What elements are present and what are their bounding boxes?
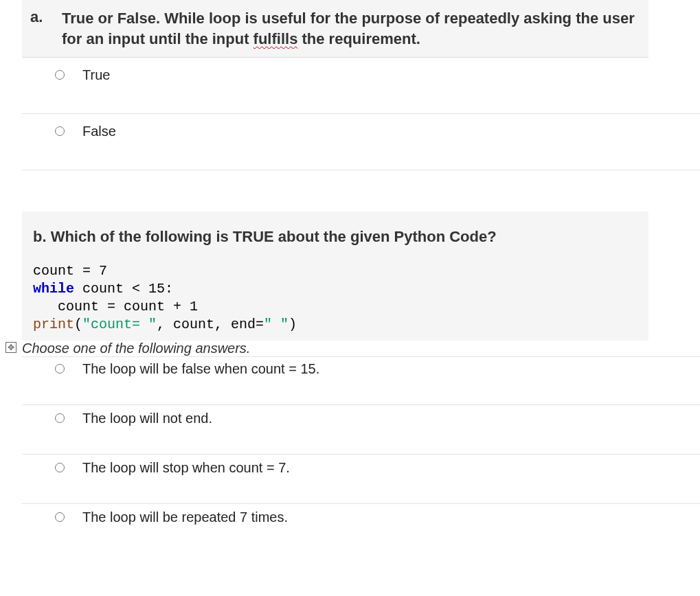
code-keyword: while [33,281,74,297]
question-a-option-label: True [82,67,110,83]
question-a-text-underlined: fulfills [253,30,298,47]
question-a-text-after: the requirement. [297,30,420,47]
question-a-marker: a. [30,8,43,26]
question-b-option-label: The loop will not end. [82,411,212,426]
question-b-option-row[interactable]: The loop will not end. [22,405,700,455]
question-a-option-label: False [82,124,116,139]
question-b-option-label: The loop will be false when count = 15. [82,361,319,377]
question-a-option-row[interactable]: True [22,58,700,114]
code-text: ( [74,317,82,332]
instruction-text: Choose one of the following answers. [22,341,250,356]
question-b-radio-0[interactable] [55,364,65,374]
code-builtin: print [33,317,74,332]
question-b-radio-2[interactable] [55,463,65,472]
code-number: 7 [99,263,107,279]
question-b-radio-1[interactable] [55,413,65,423]
move-icon[interactable]: ✥ [5,342,16,353]
code-string: "count= " [82,317,157,332]
spacer [22,170,700,211]
code-text: count = [33,263,99,279]
question-a-radio-true[interactable] [55,70,65,80]
code-text: count < [74,281,148,297]
question-b-title: b. Which of the following is TRUE about … [33,228,637,246]
question-b-option-row[interactable]: The loop will be repeated 7 times. [22,504,700,532]
question-a-text: True or False. While loop is useful for … [62,10,635,47]
question-b-header: b. Which of the following is TRUE about … [22,211,648,341]
question-b-radio-3[interactable] [55,512,65,522]
instruction-line: ✥ Choose one of the following answers. [22,341,700,357]
question-b-option-label: The loop will be repeated 7 times. [82,509,288,525]
code-text: ) [289,317,297,332]
question-a-radio-false[interactable] [55,126,65,136]
code-text: : [165,281,173,297]
code-number: 15 [148,281,165,297]
code-text: count = count + 1 [33,299,198,314]
question-b-option-label: The loop will stop when count = 7. [82,460,290,476]
code-block: count = 7 while count < 15: count = coun… [33,262,637,334]
code-text: , count, end= [157,317,264,332]
question-b-option-row[interactable]: The loop will be false when count = 15. [22,357,700,405]
question-b-option-row[interactable]: The loop will stop when count = 7. [22,455,700,504]
question-a-option-row[interactable]: False [22,114,700,170]
code-string: " " [264,317,289,332]
question-a-header: a. True or False. While loop is useful f… [22,0,648,58]
